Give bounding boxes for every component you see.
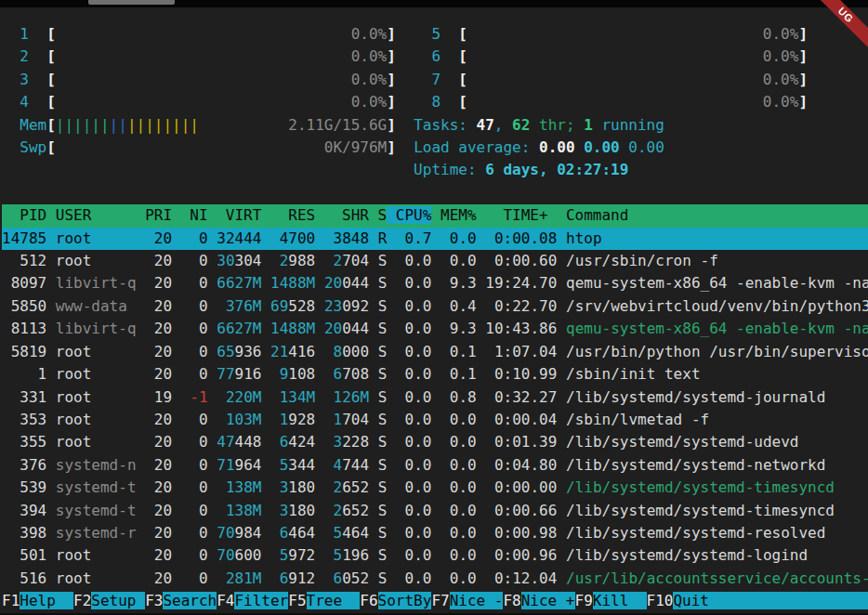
meter-close-bracket: ] <box>387 47 396 65</box>
mem-value-prefix: 3 <box>270 478 288 496</box>
priority-cell: 20 <box>145 478 172 496</box>
priority-cell: 20 <box>145 252 172 269</box>
column-header-mem[interactable]: MEM% <box>431 206 476 224</box>
process-row[interactable]: 14785 root 20 0 32444 4700 3848 R 0.7 0.… <box>2 228 868 250</box>
time-cell: 0:22.70 <box>485 297 557 315</box>
process-row[interactable]: 398 systemd-r 20 0 70984 6464 5464 S 0.0… <box>2 522 868 544</box>
process-row[interactable]: 501 root 20 0 70600 5972 5196 S 0.0 0.0 … <box>2 544 868 567</box>
meter-open-bracket: [ <box>46 25 56 43</box>
fkey-f10-quit[interactable]: F10Quit <box>647 592 868 609</box>
fkey-f4-filter[interactable]: F4Filter <box>217 592 288 609</box>
fkey-action-label: Nice - <box>450 592 504 609</box>
process-row[interactable]: 394 systemd-t 20 0 138M 3180 2652 S 0.0 … <box>2 500 868 522</box>
process-row[interactable]: 516 root 20 0 281M 6912 6052 S 0.0 0.0 0… <box>2 568 868 590</box>
fkey-f1-help[interactable]: F1Help <box>2 592 73 609</box>
cpu-meter-label: 1 <box>20 25 46 43</box>
command-cell: /lib/systemd/systemd-resolved <box>566 524 868 542</box>
mem-value: 138M <box>217 478 261 496</box>
mem-value-prefix: 30 <box>217 252 234 269</box>
fkey-f8-nice[interactable]: F8Nice + <box>503 592 574 609</box>
nice-cell: 0 <box>181 546 208 564</box>
fkey-f6-sortby[interactable]: F6SortBy <box>360 592 431 609</box>
cpu-percent-cell: 0.0 <box>396 320 432 337</box>
column-header-time[interactable]: TIME+ <box>477 206 558 224</box>
fkey-key-label: F1 <box>2 592 20 609</box>
mem-value: 220M <box>217 388 261 406</box>
process-row[interactable]: 539 systemd-t 20 0 138M 3180 2652 S 0.0 … <box>2 477 868 499</box>
header-line-2: 2 [ 0.0%] 6 [ 0.0%] <box>2 46 868 68</box>
fkey-f2-setup[interactable]: F2Setup <box>73 592 145 609</box>
mem-percent-cell: 0.0 <box>441 433 477 451</box>
meter-value: 0.0% <box>56 71 387 88</box>
user-cell: root <box>56 546 137 564</box>
column-header-s[interactable]: S <box>369 206 387 224</box>
mem-value-prefix: 70 <box>217 524 234 542</box>
column-header-cpu[interactable]: CPU% <box>387 206 431 224</box>
process-row[interactable]: 8097 libvirt-q 20 0 6627M 1488M 20044 S … <box>2 272 868 294</box>
process-row[interactable]: 5850 www-data 20 0 376M 69528 23092 S 0.… <box>2 295 868 318</box>
fkey-f5-tree[interactable]: F5Tree <box>288 592 360 609</box>
process-row[interactable]: 355 root 20 0 47448 6424 3228 S 0.0 0.0 … <box>2 431 868 453</box>
fkey-f3-search[interactable]: F3Search <box>145 592 217 609</box>
meter-value: 0.0% <box>467 47 798 65</box>
process-row[interactable]: 512 root 20 0 30304 2988 2704 S 0.0 0.0 … <box>2 250 868 272</box>
mem-value-rest: 424 <box>288 433 315 451</box>
mem-percent-cell: 0.0 <box>441 252 477 269</box>
cpu-meter-label: 6 <box>431 47 458 65</box>
mem-value: 6627M <box>217 320 261 337</box>
user-cell: root <box>56 411 137 428</box>
mem-value-prefix: 20 <box>324 320 342 337</box>
mem-value: 1488M <box>270 274 315 292</box>
meter-value: 2.11G/15.6G <box>199 116 387 134</box>
meter-value: 0.0% <box>467 25 798 43</box>
process-row[interactable]: 376 systemd-n 20 0 71964 5344 4744 S 0.0… <box>2 454 868 477</box>
cpu-percent-cell: 0.0 <box>396 502 432 519</box>
mem-value-rest: 708 <box>342 365 369 383</box>
state-cell: S <box>378 456 388 474</box>
process-row[interactable]: 331 root 19 -1 220M 134M 126M S 0.0 0.8 … <box>2 386 868 409</box>
column-header-cmd[interactable]: Command <box>557 206 868 224</box>
mem-value-prefix: 5 <box>324 546 342 564</box>
process-row[interactable]: 5819 root 20 0 65936 21416 8000 S 0.0 0.… <box>2 341 868 363</box>
fkey-key-label: F7 <box>431 592 449 609</box>
meter-close-bracket: ] <box>387 71 396 88</box>
column-header-ni[interactable]: NI <box>172 206 208 224</box>
priority-cell: 20 <box>145 524 172 542</box>
mem-percent-cell: 0.4 <box>441 297 477 315</box>
mem-percent-cell: 0.1 <box>441 365 477 383</box>
nice-cell: 0 <box>181 320 208 337</box>
state-cell: S <box>378 433 388 451</box>
column-header-pid[interactable]: PID <box>2 206 46 224</box>
column-header-pri[interactable]: PRI <box>137 206 173 224</box>
process-row[interactable]: 353 root 20 0 103M 1928 1704 S 0.0 0.0 0… <box>2 409 868 431</box>
process-row[interactable]: 1 root 20 0 77916 9108 6708 S 0.0 0.1 0:… <box>2 363 868 386</box>
meter-open-bracket: [ <box>46 47 56 65</box>
mem-value-prefix: 21 <box>270 343 288 360</box>
process-row[interactable]: 8113 libvirt-q 20 0 6627M 1488M 20044 S … <box>2 318 868 340</box>
drag-handle[interactable] <box>88 0 175 5</box>
column-header-user[interactable]: USER <box>46 206 136 224</box>
meter-value: 0.0% <box>467 71 798 88</box>
fkey-key-label: F3 <box>145 592 163 609</box>
mem-value-prefix: 47 <box>217 433 234 451</box>
column-header-shr[interactable]: SHR <box>315 206 369 224</box>
user-cell: systemd-r <box>56 524 137 542</box>
fkey-f7-nice[interactable]: F7Nice - <box>431 592 503 609</box>
pid-cell: 512 <box>2 252 46 269</box>
cpu-percent-cell: 0.0 <box>396 274 432 292</box>
header-line-7: Uptime: 6 days, 02:27:19 <box>2 159 868 181</box>
user-cell: www-data <box>56 297 137 315</box>
pid-cell: 394 <box>2 502 46 519</box>
mem-value-prefix: 71 <box>217 456 234 474</box>
time-cell: 0:00.60 <box>485 252 557 269</box>
mem-value-rest: 044 <box>342 320 369 337</box>
column-header-virt[interactable]: VIRT <box>208 206 262 224</box>
load-average: Load average: 0.00 0.00 0.00 <box>414 138 664 156</box>
command-cell: /lib/systemd/systemd-timesyncd <box>566 502 868 519</box>
fkey-f9-kill[interactable]: F9Kill <box>575 592 647 609</box>
column-header-res[interactable]: RES <box>261 206 315 224</box>
cpu-percent-cell: 0.0 <box>396 433 432 451</box>
command-cell: /lib/systemd/systemd-networkd <box>566 456 868 474</box>
mem-value-rest: 972 <box>288 546 315 564</box>
cpu-meter-4: 4 [ 0.0%] <box>2 93 396 111</box>
